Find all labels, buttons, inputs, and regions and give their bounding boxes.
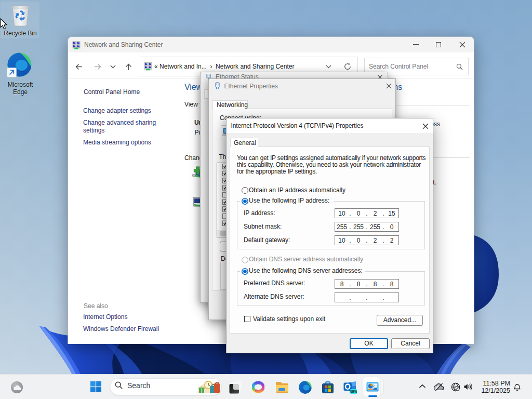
svg-text:NEW: NEW bbox=[350, 390, 357, 393]
